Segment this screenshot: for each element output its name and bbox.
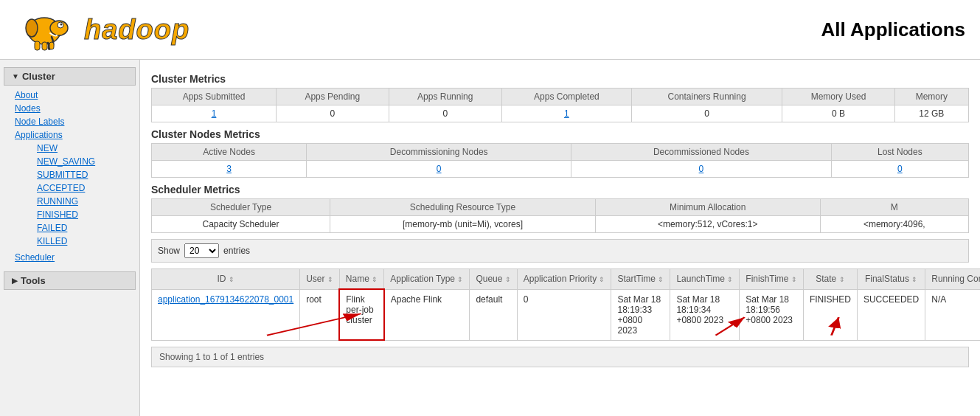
- hadoop-elephant-icon: [15, 7, 81, 52]
- scheduler-metrics-row: Capacity Scheduler [memory-mb (unit=Mi),…: [152, 216, 969, 233]
- val-lost-nodes: 0: [831, 161, 968, 178]
- cell-name: Flink per-job cluster: [339, 289, 383, 340]
- sidebar-item-about[interactable]: About: [0, 89, 139, 102]
- apps-completed-link[interactable]: 1: [564, 108, 569, 119]
- priority-sort-icon[interactable]: ⇕: [599, 276, 605, 283]
- sidebar-item-nodes[interactable]: Nodes: [0, 102, 139, 115]
- val-min-allocation: <memory:512, vCores:1>: [595, 216, 820, 233]
- col-id: ID ⇕: [152, 269, 300, 290]
- sidebar-item-node-labels[interactable]: Node Labels: [0, 115, 139, 128]
- col-apps-running: Apps Running: [389, 89, 502, 105]
- table-row: application_1679134622078_0001 root Flin…: [152, 289, 981, 340]
- scheduler-metrics-table: Scheduler Type Scheduling Resource Type …: [151, 198, 969, 233]
- val-apps-completed: 1: [502, 105, 632, 122]
- val-apps-submitted: 1: [152, 105, 277, 122]
- entries-label: entries: [223, 246, 250, 256]
- name-sort-icon[interactable]: ⇕: [372, 276, 378, 283]
- cluster-metrics-title: Cluster Metrics: [151, 73, 969, 85]
- col-apps-submitted: Apps Submitted: [152, 89, 277, 105]
- tools-section: ▶ Tools: [0, 271, 139, 290]
- val-active-nodes: 3: [152, 161, 307, 178]
- col-min-allocation: Minimum Allocation: [595, 199, 820, 216]
- decommissioned-link[interactable]: 0: [699, 164, 704, 174]
- queue-sort-icon[interactable]: ⇕: [505, 276, 511, 283]
- sidebar-item-killed[interactable]: KILLED: [22, 235, 139, 248]
- col-user: User ⇕: [300, 269, 340, 290]
- sidebar-item-failed[interactable]: FAILED: [22, 221, 139, 235]
- col-decommissioning-nodes: Decommissioning Nodes: [307, 144, 571, 161]
- page-title: All Applications: [821, 18, 966, 41]
- tools-label: Tools: [21, 275, 46, 286]
- col-lost-nodes: Lost Nodes: [831, 144, 968, 161]
- cluster-section: ▼ Cluster About Nodes Node Labels Applic…: [0, 67, 139, 264]
- svg-rect-5: [35, 41, 40, 50]
- state-sort-icon[interactable]: ⇕: [839, 276, 845, 283]
- col-finish-time: FinishTime ⇕: [740, 269, 804, 290]
- cluster-section-header[interactable]: ▼ Cluster: [4, 67, 136, 86]
- cell-priority: 0: [517, 289, 611, 340]
- val-decommissioning-nodes: 0: [307, 161, 571, 178]
- show-entries-bar: Show 10 20 50 100 entries: [151, 239, 969, 263]
- cell-running-containers: N/A: [925, 289, 980, 340]
- val-apps-pending: 0: [277, 105, 389, 122]
- app-table-header-row: ID ⇕ User ⇕ Name ⇕ Application Type ⇕ Qu…: [152, 269, 981, 290]
- launch-sort-icon[interactable]: ⇕: [727, 276, 733, 283]
- col-app-priority: Application Priority ⇕: [517, 269, 611, 290]
- final-sort-icon[interactable]: ⇕: [911, 276, 917, 283]
- col-m: M: [820, 199, 968, 216]
- app-id-link[interactable]: application_1679134622078_0001: [158, 294, 293, 305]
- col-apps-pending: Apps Pending: [277, 89, 389, 105]
- svg-point-3: [60, 24, 63, 26]
- val-memory: 12 GB: [894, 105, 968, 122]
- cell-state: FINISHED: [803, 289, 857, 340]
- col-app-type: Application Type ⇕: [384, 269, 470, 290]
- val-apps-running: 0: [389, 105, 502, 122]
- logo-text: hadoop: [84, 14, 190, 46]
- applications-table: ID ⇕ User ⇕ Name ⇕ Application Type ⇕ Qu…: [151, 268, 980, 341]
- nodes-metrics-title: Cluster Nodes Metrics: [151, 128, 969, 140]
- sidebar-item-finished[interactable]: FINISHED: [22, 208, 139, 221]
- svg-point-4: [26, 19, 38, 37]
- cell-user: root: [300, 289, 340, 340]
- cell-app-type: Apache Flink: [384, 289, 470, 340]
- col-queue: Queue ⇕: [470, 269, 517, 290]
- cluster-metrics-table: Apps Submitted Apps Pending Apps Running…: [151, 88, 969, 122]
- sidebar-item-submitted[interactable]: SUBMITTED: [22, 168, 139, 181]
- app-sub-links: NEW NEW_SAVING SUBMITTED ACCEPTED RUNNIN…: [0, 142, 139, 248]
- svg-rect-7: [49, 42, 54, 49]
- entries-select[interactable]: 10 20 50 100: [184, 243, 219, 258]
- page-header: hadoop All Applications: [0, 0, 980, 60]
- cell-start-time: Sat Mar 18 18:19:33 +0800 2023: [611, 289, 670, 340]
- app-type-sort-icon[interactable]: ⇕: [457, 276, 463, 283]
- sidebar-item-new-saving[interactable]: NEW_SAVING: [22, 155, 139, 168]
- finish-sort-icon[interactable]: ⇕: [791, 276, 797, 283]
- sidebar-item-scheduler[interactable]: Scheduler: [0, 251, 139, 264]
- tools-section-header[interactable]: ▶ Tools: [4, 271, 136, 290]
- main-layout: ▼ Cluster About Nodes Node Labels Applic…: [0, 60, 980, 416]
- sidebar-item-applications[interactable]: Applications: [0, 128, 139, 142]
- start-sort-icon[interactable]: ⇕: [658, 276, 664, 283]
- val-m: <memory:4096,: [820, 216, 968, 233]
- sidebar-item-running[interactable]: RUNNING: [22, 195, 139, 208]
- apps-submitted-link[interactable]: 1: [212, 108, 217, 119]
- lost-nodes-link[interactable]: 0: [897, 164, 903, 174]
- scheduler-metrics-title: Scheduler Metrics: [151, 184, 969, 195]
- col-apps-completed: Apps Completed: [502, 89, 632, 105]
- col-launch-time: LaunchTime ⇕: [670, 269, 740, 290]
- col-name: Name ⇕: [339, 269, 383, 290]
- decommissioning-link[interactable]: 0: [437, 164, 442, 174]
- show-label: Show: [158, 246, 180, 256]
- sidebar-item-accepted[interactable]: ACCEPTED: [22, 181, 139, 195]
- sidebar-item-new[interactable]: NEW: [22, 142, 139, 155]
- id-sort-icon[interactable]: ⇕: [229, 276, 234, 283]
- col-final-status: FinalStatus ⇕: [857, 269, 925, 290]
- col-scheduling-resource: Scheduling Resource Type: [330, 199, 596, 216]
- sidebar: ▼ Cluster About Nodes Node Labels Applic…: [0, 60, 140, 416]
- col-scheduler-type: Scheduler Type: [152, 199, 330, 216]
- val-memory-used: 0 B: [782, 105, 894, 122]
- col-running-containers: Running Containe: [925, 269, 980, 290]
- cell-final-status: SUCCEEDED: [857, 289, 925, 340]
- active-nodes-link[interactable]: 3: [226, 164, 232, 174]
- col-state: State ⇕: [803, 269, 857, 290]
- user-sort-icon[interactable]: ⇕: [327, 276, 333, 283]
